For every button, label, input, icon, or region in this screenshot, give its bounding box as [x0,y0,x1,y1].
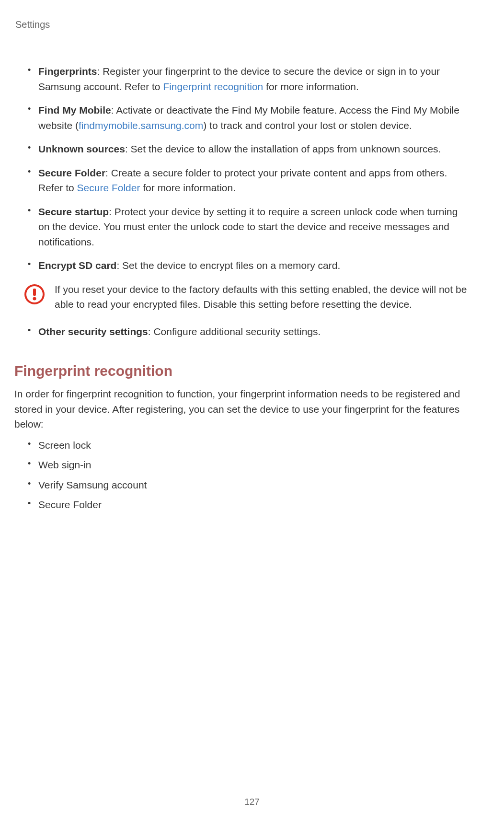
fingerprint-recognition-link[interactable]: Fingerprint recognition [163,81,263,92]
other-settings-list: Other security settings: Configure addit… [14,324,470,339]
findmymobile-title: Find My Mobile [38,104,111,116]
feature-screen-lock: Screen lock [24,438,470,453]
bullet-fingerprints: Fingerprints: Register your fingerprint … [24,64,470,94]
warning-notice: If you reset your device to the factory … [14,282,470,312]
encryptsd-text: : Set the device to encrypt files on a m… [116,260,340,271]
fingerprints-title: Fingerprints [38,66,97,77]
unknownsources-text: : Set the device to allow the installati… [125,143,441,154]
svg-rect-1 [33,289,36,296]
page-number: 127 [244,797,260,807]
securestartup-title: Secure startup [38,206,109,217]
securefolder-text2: for more information. [140,182,236,193]
bullet-secure-folder: Secure Folder: Create a secure folder to… [24,165,470,196]
fingerprints-text2: for more information. [263,81,359,92]
othersecurity-title: Other security settings [38,326,148,337]
fingerprint-intro-text: In order for fingerprint recognition to … [14,386,470,432]
securefolder-title: Secure Folder [38,167,105,178]
security-settings-list: Fingerprints: Register your fingerprint … [14,64,470,273]
fingerprint-features-list: Screen lock Web sign-in Verify Samsung a… [14,438,470,512]
page-header: Settings [14,19,470,30]
warning-text: If you reset your device to the factory … [55,282,470,312]
othersecurity-text: : Configure additional security settings… [148,326,321,337]
warning-icon [24,284,45,305]
unknownsources-title: Unknown sources [38,143,125,154]
findmymobile-text2: ) to track and control your lost or stol… [203,120,412,131]
feature-verify-samsung: Verify Samsung account [24,477,470,493]
feature-secure-folder: Secure Folder [24,497,470,512]
secure-folder-link[interactable]: Secure Folder [77,182,140,193]
svg-point-2 [33,297,36,300]
header-title: Settings [15,19,50,30]
encryptsd-title: Encrypt SD card [38,260,116,271]
feature-web-signin: Web sign-in [24,457,470,473]
page-content: Fingerprints: Register your fingerprint … [14,64,470,512]
fingerprint-recognition-heading: Fingerprint recognition [14,363,470,379]
bullet-unknown-sources: Unknown sources: Set the device to allow… [24,141,470,157]
bullet-find-my-mobile: Find My Mobile: Activate or deactivate t… [24,103,470,133]
bullet-encrypt-sd: Encrypt SD card: Set the device to encry… [24,258,470,273]
bullet-secure-startup: Secure startup: Protect your device by s… [24,204,470,250]
findmymobile-link[interactable]: findmymobile.samsung.com [79,120,203,131]
page-container: Settings Fingerprints: Register your fin… [0,0,504,824]
bullet-other-security: Other security settings: Configure addit… [24,324,470,339]
